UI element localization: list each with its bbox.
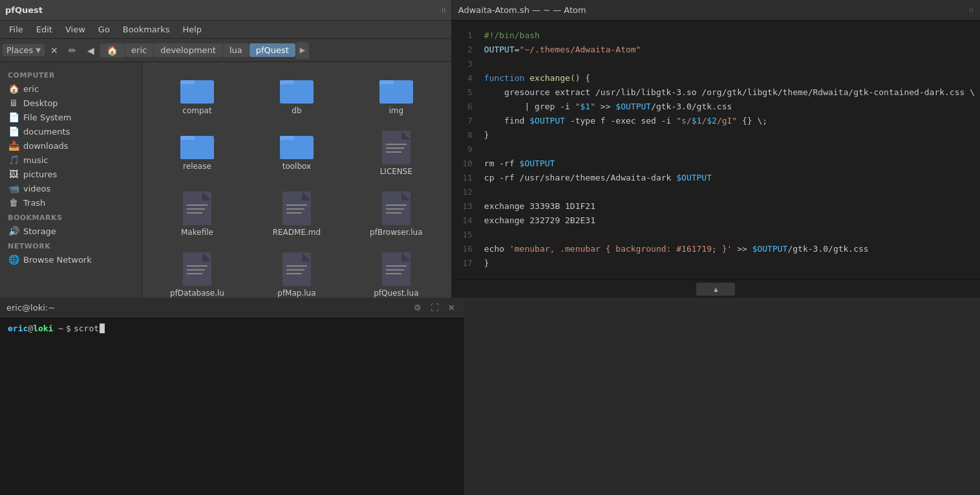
menu-view[interactable]: View: [60, 23, 91, 36]
menu-bookmarks[interactable]: Bookmarks: [118, 23, 175, 36]
sidebar-bookmarks-section: Bookmarks: [0, 210, 142, 224]
svg-rect-11: [180, 140, 214, 159]
svg-rect-47: [386, 265, 407, 267]
breadcrumb-eric[interactable]: eric: [125, 43, 153, 57]
sidebar-item-downloads[interactable]: 📥 downloads: [0, 138, 142, 153]
editor-dots: ⁞⁞: [969, 6, 974, 14]
bottom-filler: [464, 298, 980, 495]
svg-rect-38: [187, 269, 205, 270]
fm-menubar: File Edit View Go Bookmarks Help: [0, 21, 451, 39]
desktop-icon: 🖥: [8, 98, 19, 108]
network-icon: 🌐: [8, 254, 19, 265]
sidebar-item-desktop[interactable]: 🖥 Desktop: [0, 96, 142, 110]
file-label: toolbox: [282, 162, 311, 171]
documents-icon: 📄: [8, 126, 19, 137]
file-item-pfbrowser[interactable]: pfBrowser.lua: [349, 186, 443, 242]
file-item-makefile[interactable]: Makefile: [150, 186, 244, 242]
svg-rect-2: [180, 84, 214, 104]
menu-edit[interactable]: Edit: [31, 23, 58, 36]
scroll-up-button[interactable]: ▲: [696, 283, 735, 296]
breadcrumb-pfquest[interactable]: pfQuest: [250, 43, 295, 57]
file-item-release[interactable]: release: [150, 126, 244, 181]
back-button[interactable]: ◀: [82, 42, 99, 59]
file-item-pfquest[interactable]: pfQuest.lua: [349, 247, 443, 298]
sidebar-eric-label: eric: [23, 84, 39, 94]
sidebar-item-browse-network[interactable]: 🌐 Browse Network: [0, 252, 142, 267]
sidebar-item-trash[interactable]: 🗑 Trash: [0, 195, 142, 210]
terminal-close-button[interactable]: ✕: [445, 302, 458, 314]
fm-files: compat db img: [142, 62, 451, 298]
svg-rect-34: [386, 212, 401, 214]
close-tab-button[interactable]: ✕: [46, 42, 63, 59]
fm-files-grid: compat db img: [142, 62, 451, 298]
filesystem-icon: 📄: [8, 112, 19, 122]
sidebar-item-documents[interactable]: 📄 documents: [0, 124, 142, 138]
svg-rect-42: [286, 265, 307, 267]
svg-rect-8: [379, 84, 413, 104]
menu-file[interactable]: File: [4, 23, 28, 36]
sidebar-item-music[interactable]: 🎵 music: [0, 153, 142, 167]
sidebar-music-label: music: [23, 155, 48, 165]
file-item-compat[interactable]: compat: [150, 70, 244, 120]
sidebar-network-label: Browse Network: [23, 255, 92, 265]
terminal-path: ~: [53, 324, 63, 333]
edit-button[interactable]: ✏: [64, 42, 81, 59]
breadcrumb-lua[interactable]: lua: [223, 43, 249, 57]
folder-icon: [280, 75, 314, 104]
terminal-host: loki: [33, 324, 53, 333]
sidebar-network-section: Network: [0, 238, 142, 252]
breadcrumb-home[interactable]: 🏠: [100, 43, 124, 58]
sidebar-item-filesystem[interactable]: 📄 File System: [0, 110, 142, 124]
svg-rect-23: [187, 208, 205, 210]
sidebar-item-eric[interactable]: 🏠 eric: [0, 82, 142, 96]
sidebar-item-pictures[interactable]: 🖼 pictures: [0, 167, 142, 181]
terminal-body[interactable]: eric @ loki ~ $ scrot: [0, 318, 464, 495]
file-label: compat: [182, 106, 211, 115]
places-button[interactable]: Places ▼: [3, 44, 45, 56]
sidebar-documents-label: documents: [23, 127, 70, 137]
svg-rect-17: [386, 144, 407, 145]
svg-rect-43: [286, 269, 304, 270]
downloads-icon: 📥: [8, 140, 19, 151]
folder-icon: [180, 131, 214, 159]
svg-rect-22: [187, 204, 208, 206]
terminal-controls: ⚙ ⛶ ✕: [411, 302, 458, 314]
editor-titlebar: Adwaita-Atom.sh — ~ — Atom ⁞⁞: [452, 0, 980, 21]
sidebar-item-storage[interactable]: 🔊 Storage: [0, 224, 142, 238]
terminal-title: eric@loki:~: [6, 303, 55, 313]
svg-rect-14: [280, 140, 314, 159]
folder-icon: [180, 75, 214, 104]
breadcrumb: 🏠 eric development lua pfQuest ▶: [100, 42, 449, 59]
terminal-maximize-button[interactable]: ⛶: [428, 302, 441, 314]
menu-help[interactable]: Help: [177, 23, 207, 36]
file-item-readme[interactable]: README.md: [250, 186, 344, 242]
terminal: eric@loki:~ ⚙ ⛶ ✕ eric @ loki ~ $ scrot: [0, 298, 464, 495]
file-item-pfdatabase[interactable]: pfDatabase.lua: [150, 247, 244, 298]
sidebar-item-videos[interactable]: 📹 videos: [0, 181, 142, 195]
svg-rect-37: [187, 265, 208, 267]
file-item-license[interactable]: LICENSE: [349, 126, 443, 181]
svg-rect-18: [386, 148, 404, 149]
file-item-pfmap[interactable]: pfMap.lua: [250, 247, 344, 298]
svg-rect-33: [386, 208, 404, 210]
file-item-img[interactable]: img: [349, 70, 443, 120]
file-label: pfDatabase.lua: [168, 289, 226, 298]
breadcrumb-development[interactable]: development: [154, 43, 222, 57]
file-label: Makefile: [181, 228, 213, 237]
file-item-toolbox[interactable]: toolbox: [250, 126, 344, 181]
terminal-user: eric: [8, 324, 28, 333]
editor-scrollbar: ▲: [452, 280, 980, 298]
terminal-settings-button[interactable]: ⚙: [411, 302, 424, 314]
sidebar-storage-label: Storage: [23, 226, 56, 236]
file-item-db[interactable]: db: [250, 70, 344, 120]
breadcrumb-next[interactable]: ▶: [296, 42, 309, 59]
sidebar-computer-section: Computer: [0, 67, 142, 82]
svg-rect-24: [187, 212, 202, 214]
fm-titlebar: pfQuest ⁞⁞: [0, 0, 451, 21]
storage-icon: 🔊: [8, 226, 19, 236]
editor-content: 1 2 3 4 5 6 7 8 9 10 11 12 13 14 15 16 1…: [452, 21, 980, 280]
editor-code[interactable]: #!/bin/bash OUTPUT="~/.themes/Adwaita-At…: [479, 21, 980, 280]
file-icon: [382, 131, 410, 164]
menu-go[interactable]: Go: [93, 23, 115, 36]
places-label: Places: [6, 45, 33, 55]
